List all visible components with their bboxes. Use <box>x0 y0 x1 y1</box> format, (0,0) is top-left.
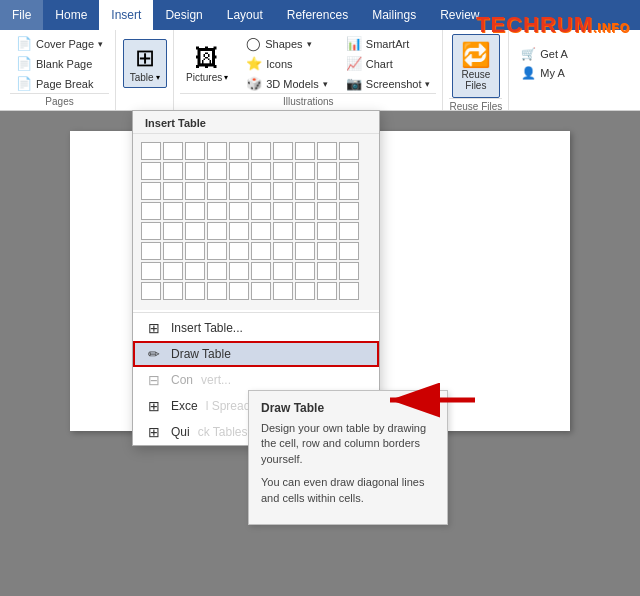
tab-design[interactable]: Design <box>153 0 214 30</box>
grid-cell[interactable] <box>207 262 227 280</box>
shapes-button[interactable]: ◯ Shapes ▾ <box>240 34 334 53</box>
grid-cell[interactable] <box>295 282 315 300</box>
grid-cell[interactable] <box>251 282 271 300</box>
grid-cell[interactable] <box>163 282 183 300</box>
grid-cell[interactable] <box>339 182 359 200</box>
draw-table-menu-item[interactable]: ✏ Draw Table <box>133 341 379 367</box>
grid-cell[interactable] <box>141 202 161 220</box>
grid-cell[interactable] <box>339 162 359 180</box>
grid-cell[interactable] <box>163 182 183 200</box>
grid-cell[interactable] <box>317 222 337 240</box>
grid-cell[interactable] <box>141 262 161 280</box>
grid-cell[interactable] <box>185 202 205 220</box>
grid-cell[interactable] <box>339 282 359 300</box>
grid-cell[interactable] <box>251 242 271 260</box>
grid-cell[interactable] <box>295 262 315 280</box>
grid-cell[interactable] <box>295 162 315 180</box>
grid-cell[interactable] <box>141 182 161 200</box>
grid-cell[interactable] <box>185 142 205 160</box>
grid-cell[interactable] <box>163 162 183 180</box>
table-button[interactable]: ⊞ Table ▾ <box>123 39 167 88</box>
grid-cell[interactable] <box>273 202 293 220</box>
grid-cell[interactable] <box>295 242 315 260</box>
grid-cell[interactable] <box>317 182 337 200</box>
grid-cell[interactable] <box>229 182 249 200</box>
grid-cell[interactable] <box>207 162 227 180</box>
grid-cell[interactable] <box>273 142 293 160</box>
grid-cell[interactable] <box>163 242 183 260</box>
grid-cell[interactable] <box>317 262 337 280</box>
grid-cell[interactable] <box>295 222 315 240</box>
grid-cell[interactable] <box>207 222 227 240</box>
tab-insert[interactable]: Insert <box>99 0 153 30</box>
grid-cell[interactable] <box>317 162 337 180</box>
grid-cell[interactable] <box>251 202 271 220</box>
my-addins-button[interactable]: 👤 My A <box>515 64 574 82</box>
get-addins-button[interactable]: 🛒 Get A <box>515 45 574 63</box>
grid-cell[interactable] <box>251 262 271 280</box>
grid-cell[interactable] <box>317 202 337 220</box>
grid-cell[interactable] <box>229 262 249 280</box>
tab-home[interactable]: Home <box>43 0 99 30</box>
grid-cell[interactable] <box>339 242 359 260</box>
grid-cell[interactable] <box>141 162 161 180</box>
grid-cell[interactable] <box>339 262 359 280</box>
grid-cell[interactable] <box>185 282 205 300</box>
tab-layout[interactable]: Layout <box>215 0 275 30</box>
3d-models-button[interactable]: 🎲 3D Models ▾ <box>240 74 334 93</box>
grid-cell[interactable] <box>163 222 183 240</box>
grid-cell[interactable] <box>273 262 293 280</box>
smartart-button[interactable]: 📊 SmartArt <box>340 34 437 53</box>
grid-cell[interactable] <box>229 242 249 260</box>
tab-mailings[interactable]: Mailings <box>360 0 428 30</box>
grid-cell[interactable] <box>141 142 161 160</box>
grid-cell[interactable] <box>141 222 161 240</box>
grid-cell[interactable] <box>185 242 205 260</box>
grid-cell[interactable] <box>163 142 183 160</box>
grid-cell[interactable] <box>317 142 337 160</box>
grid-cell[interactable] <box>273 182 293 200</box>
icons-button[interactable]: ⭐ Icons <box>240 54 334 73</box>
blank-page-button[interactable]: 📄 Blank Page <box>10 54 109 73</box>
grid-cell[interactable] <box>295 202 315 220</box>
grid-cell[interactable] <box>207 242 227 260</box>
grid-cell[interactable] <box>141 282 161 300</box>
grid-cell[interactable] <box>229 142 249 160</box>
cover-page-button[interactable]: 📄 Cover Page ▾ <box>10 34 109 53</box>
grid-cell[interactable] <box>207 202 227 220</box>
grid-cell[interactable] <box>251 142 271 160</box>
grid-cell[interactable] <box>251 162 271 180</box>
reuse-files-button[interactable]: 🔁 Reuse Files <box>452 34 500 98</box>
grid-cell[interactable] <box>273 242 293 260</box>
screenshot-button[interactable]: 📷 Screenshot ▾ <box>340 74 437 93</box>
grid-cell[interactable] <box>317 242 337 260</box>
grid-cell[interactable] <box>229 162 249 180</box>
tab-file[interactable]: File <box>0 0 43 30</box>
pictures-button[interactable]: 🖼 Pictures ▾ <box>180 40 234 87</box>
grid-cell[interactable] <box>163 262 183 280</box>
insert-table-menu-item[interactable]: ⊞ Insert Table... <box>133 315 379 341</box>
grid-cell[interactable] <box>229 282 249 300</box>
grid-cell[interactable] <box>273 222 293 240</box>
grid-cell[interactable] <box>339 142 359 160</box>
chart-button[interactable]: 📈 Chart <box>340 54 437 73</box>
grid-cell[interactable] <box>317 282 337 300</box>
grid-cell[interactable] <box>207 182 227 200</box>
grid-cell[interactable] <box>273 282 293 300</box>
grid-cell[interactable] <box>207 282 227 300</box>
grid-cell[interactable] <box>251 222 271 240</box>
grid-cell[interactable] <box>141 242 161 260</box>
grid-cell[interactable] <box>229 202 249 220</box>
grid-cell[interactable] <box>295 142 315 160</box>
grid-cell[interactable] <box>339 202 359 220</box>
tab-references[interactable]: References <box>275 0 360 30</box>
grid-cell[interactable] <box>185 182 205 200</box>
grid-cell[interactable] <box>251 182 271 200</box>
grid-cell[interactable] <box>207 142 227 160</box>
grid-cell[interactable] <box>185 262 205 280</box>
grid-cell[interactable] <box>185 222 205 240</box>
grid-cell[interactable] <box>295 182 315 200</box>
grid-cell[interactable] <box>163 202 183 220</box>
grid-cell[interactable] <box>229 222 249 240</box>
grid-cell[interactable] <box>339 222 359 240</box>
